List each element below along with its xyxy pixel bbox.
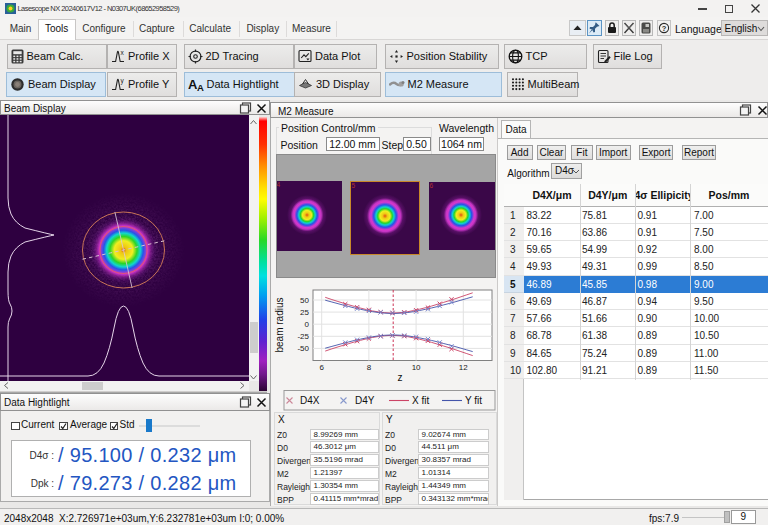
svg-text:x: x bbox=[121, 49, 125, 56]
svg-text:0: 0 bbox=[305, 320, 310, 329]
svg-text:z: z bbox=[398, 372, 403, 383]
svg-text:y: y bbox=[121, 77, 125, 85]
svg-text:50: 50 bbox=[300, 296, 309, 305]
svg-text:6: 6 bbox=[319, 363, 324, 372]
svg-text:8: 8 bbox=[367, 363, 372, 372]
svg-text:12: 12 bbox=[459, 363, 468, 372]
svg-text:D4Y: D4Y bbox=[355, 395, 375, 406]
svg-text:10: 10 bbox=[412, 363, 421, 372]
svg-text:Y fit: Y fit bbox=[465, 395, 482, 406]
svg-text:-50: -50 bbox=[297, 344, 309, 353]
svg-text:beam radius: beam radius bbox=[274, 297, 285, 352]
svg-text:-25: -25 bbox=[297, 332, 309, 341]
svg-text:A: A bbox=[197, 82, 204, 92]
svg-text:X fit: X fit bbox=[412, 395, 429, 406]
svg-text:?: ? bbox=[661, 24, 666, 33]
svg-text:25: 25 bbox=[300, 308, 309, 317]
svg-text:D4X: D4X bbox=[300, 395, 320, 406]
